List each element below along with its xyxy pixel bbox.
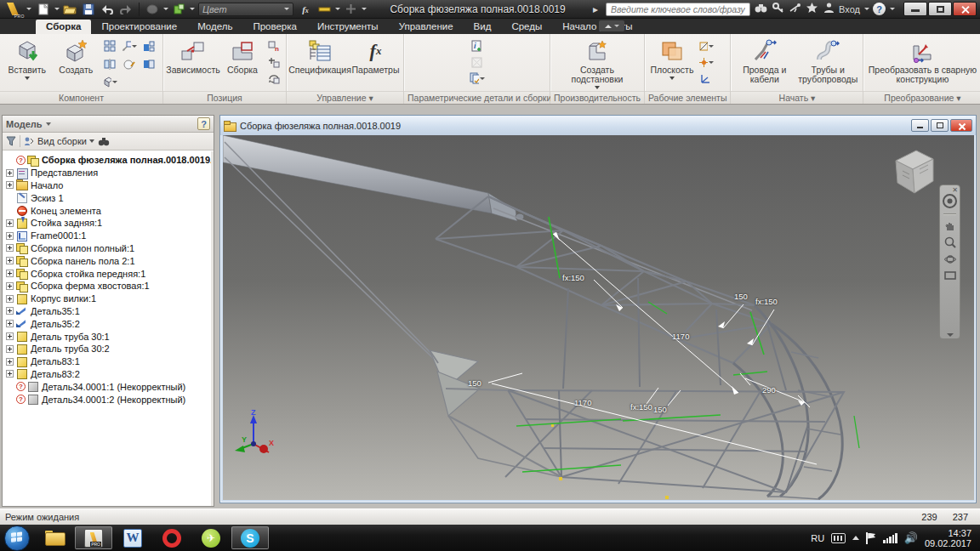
- panel-expand-icon[interactable]: ▸: [589, 3, 602, 15]
- insert-component-button[interactable]: Вставить: [3, 37, 51, 80]
- rotate-body-button[interactable]: [265, 71, 282, 86]
- expand-toggle-icon[interactable]: [6, 169, 14, 177]
- pattern-component-button[interactable]: [101, 38, 118, 54]
- taskbar-explorer-button[interactable]: [36, 526, 73, 549]
- keyboard-layout-icon[interactable]: [831, 533, 846, 543]
- tree-item[interactable]: ? Сборка фюзеляжа полная.0018.0019.iam: [3, 154, 214, 167]
- group-label-productivity[interactable]: Производительность: [550, 91, 644, 104]
- group-label-position[interactable]: Позиция: [163, 91, 286, 104]
- material-button[interactable]: [170, 2, 187, 17]
- print-dropdown-icon[interactable]: [163, 8, 168, 10]
- signin-label[interactable]: Вход: [839, 4, 860, 14]
- document-titlebar[interactable]: Сборка фюзеляжа полная.0018.0019: [220, 116, 976, 135]
- clock[interactable]: 14:37 09.02.2017: [925, 528, 971, 548]
- minimize-button[interactable]: [903, 2, 927, 16]
- tree-item[interactable]: ? Frame0001:1: [3, 230, 214, 242]
- volume-icon[interactable]: 🔊: [904, 531, 918, 544]
- navbar-more-icon[interactable]: [947, 333, 954, 337]
- ribbon-tab[interactable]: Среды: [501, 20, 552, 34]
- tree-item[interactable]: ? Деталь35:2: [3, 317, 214, 330]
- tree-item[interactable]: ? Деталь83:2: [3, 368, 214, 381]
- language-indicator[interactable]: RU: [811, 533, 824, 543]
- search-binoculars-icon[interactable]: [754, 3, 767, 15]
- tree-scrollbar[interactable]: [211, 151, 214, 506]
- new-file-dropdown-icon[interactable]: [54, 8, 60, 10]
- expand-toggle-icon[interactable]: [6, 345, 14, 353]
- expand-toggle-icon[interactable]: [6, 370, 14, 378]
- favorites-star-icon[interactable]: [805, 3, 818, 15]
- tree-item[interactable]: ? Сборка ферма хвостовая:1: [3, 280, 214, 293]
- orbit-icon[interactable]: [944, 253, 956, 265]
- print-button[interactable]: [144, 2, 161, 17]
- ribbon-tab[interactable]: Модель: [187, 20, 242, 34]
- expand-toggle-icon[interactable]: [6, 320, 14, 327]
- expand-toggle-icon[interactable]: [6, 219, 14, 227]
- help-dropdown-icon[interactable]: [890, 8, 895, 10]
- browser-menu-arrow-icon[interactable]: [46, 122, 51, 126]
- tree-item[interactable]: ? Деталь34.0001:1 (Некорректный): [3, 380, 214, 393]
- tubes-button[interactable]: Трубы и трубопроводы: [796, 37, 859, 84]
- measure-dropdown-icon[interactable]: [335, 8, 340, 10]
- group-label-component[interactable]: Компонент: [0, 91, 162, 104]
- new-file-button[interactable]: [35, 2, 52, 17]
- tree-item[interactable]: ? Деталь35:1: [3, 305, 214, 318]
- action-center-flag-icon[interactable]: [866, 532, 876, 544]
- create-component-button[interactable]: Создать: [53, 37, 100, 75]
- pan-hand-icon[interactable]: [944, 219, 956, 231]
- ribbon-tab[interactable]: Начало работы: [552, 20, 642, 34]
- find-binoculars-icon[interactable]: [98, 137, 110, 146]
- start-button[interactable]: [4, 525, 30, 551]
- navbar-close-icon[interactable]: ✕: [952, 186, 958, 194]
- zoom-icon[interactable]: [944, 236, 956, 248]
- taskbar-plane-app-button[interactable]: ✈: [192, 526, 230, 549]
- ribbon-tab[interactable]: Вид: [464, 20, 502, 34]
- tree-item[interactable]: ? Представления: [3, 167, 214, 179]
- doc-restore-button[interactable]: [931, 119, 949, 132]
- ribbon-collapse-button[interactable]: [599, 20, 624, 31]
- expand-toggle-icon[interactable]: [6, 358, 14, 366]
- tree-item[interactable]: ? Деталь труба 30:1: [3, 330, 214, 343]
- ribbon-tab[interactable]: Инструменты: [307, 20, 389, 34]
- measure-button[interactable]: [316, 2, 333, 17]
- navigation-bar[interactable]: ✕: [939, 185, 960, 339]
- convert-weldment-button[interactable]: Преобразовать в сварную конструкцию: [867, 37, 977, 84]
- open-button[interactable]: [61, 2, 78, 17]
- filter-icon[interactable]: [6, 136, 16, 146]
- undo-button[interactable]: [99, 2, 116, 17]
- constrain-button[interactable]: Зависимость: [167, 37, 219, 75]
- group-label-work-features[interactable]: Рабочие элементы: [645, 91, 731, 104]
- redo-button[interactable]: [117, 2, 134, 17]
- app-logo[interactable]: PRO: [0, 0, 26, 19]
- tree-item[interactable]: ? Сборка пилон полный:1: [3, 242, 214, 255]
- generate-member-button[interactable]: [469, 71, 486, 86]
- material-dropdown-icon[interactable]: [190, 8, 195, 10]
- browser-help-button[interactable]: ?: [197, 117, 210, 130]
- expand-toggle-icon[interactable]: [6, 257, 14, 264]
- save-button[interactable]: [80, 2, 97, 17]
- taskbar-word-button[interactable]: W: [114, 526, 151, 549]
- steering-wheel-icon[interactable]: [943, 194, 957, 208]
- expand-toggle-icon[interactable]: [6, 232, 14, 240]
- look-at-icon[interactable]: [944, 270, 956, 281]
- doc-minimize-button[interactable]: [911, 119, 929, 132]
- expand-toggle-icon[interactable]: [6, 282, 14, 290]
- help-button[interactable]: ?: [873, 3, 886, 15]
- expand-toggle-icon[interactable]: [6, 270, 14, 277]
- tree-item[interactable]: ? Сборка стойка передняя:1: [3, 267, 214, 280]
- view-selector[interactable]: Вид сборки: [37, 136, 94, 146]
- expand-toggle-icon[interactable]: [6, 181, 14, 189]
- view-cube[interactable]: [884, 145, 938, 198]
- ribbon-tab[interactable]: Проверка: [242, 20, 307, 34]
- taskbar-inventor-button[interactable]: PRO: [75, 526, 112, 549]
- bom-edit-button[interactable]: [121, 56, 138, 71]
- signin-dropdown-icon[interactable]: [864, 8, 869, 10]
- create-substitutes-button[interactable]: Создать подстановки: [556, 37, 638, 89]
- tree-item[interactable]: ? Начало: [3, 179, 214, 192]
- ucs-button[interactable]: [698, 71, 715, 86]
- plane-button[interactable]: Плоскость: [648, 37, 696, 80]
- ribbon-tab[interactable]: Проектирование: [91, 20, 187, 34]
- help-search-input[interactable]: [606, 3, 750, 16]
- group-label-parametric[interactable]: Параметрические детали и сборки: [404, 91, 550, 104]
- work-axis-button[interactable]: [698, 38, 715, 54]
- tree-item[interactable]: ? Деталь34.0001:2 (Некорректный): [3, 393, 214, 406]
